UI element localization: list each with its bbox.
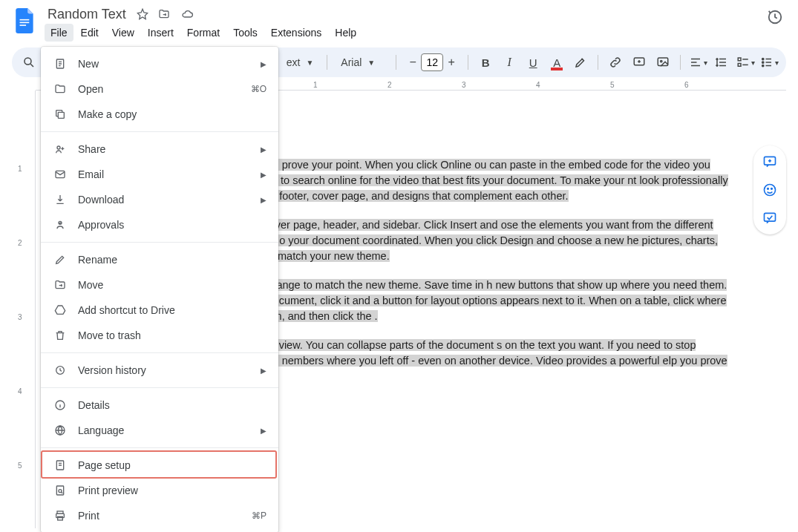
bulleted-list-button[interactable]: ▾ (759, 52, 779, 73)
svg-rect-8 (738, 58, 741, 61)
file-menu-dropdown: New ▶ Open ⌘O Make a copy Share ▶ Email … (41, 47, 278, 532)
folder-icon (53, 83, 68, 95)
menu-label: Rename (78, 254, 266, 266)
bold-button[interactable]: B (476, 52, 495, 73)
underline-button[interactable]: U (523, 52, 543, 73)
link-button[interactable] (606, 52, 625, 73)
menu-label: New (78, 58, 250, 70)
submenu-arrow-icon: ▶ (261, 427, 266, 435)
menu-label: Open (78, 83, 241, 95)
style-label: ext (287, 56, 301, 68)
docs-logo[interactable] (12, 7, 39, 34)
chevron-down-icon: ▼ (367, 59, 375, 67)
line-spacing-button[interactable] (712, 52, 731, 73)
submenu-arrow-icon: ▶ (261, 60, 266, 68)
emoji-side-button[interactable] (759, 180, 780, 200)
menu-edit[interactable]: Edit (75, 24, 105, 42)
ruler-tick: 3 (462, 81, 466, 89)
menu-download[interactable]: Download ▶ (41, 187, 278, 212)
activity-icon[interactable] (767, 6, 786, 25)
menu-language[interactable]: Language ▶ (41, 418, 278, 443)
menu-rename[interactable]: Rename (41, 247, 278, 272)
menu-insert[interactable]: Insert (142, 24, 180, 42)
vruler-tick: 5 (18, 462, 22, 470)
comment-side-panel (753, 145, 786, 234)
move-folder-icon[interactable] (157, 8, 171, 20)
add-comment-button[interactable] (629, 52, 649, 73)
menu-label: Download (78, 194, 250, 206)
increase-font-button[interactable]: + (443, 56, 459, 69)
menu-share[interactable]: Share ▶ (41, 137, 278, 162)
checklist-button[interactable]: ▾ (736, 52, 755, 73)
menu-label: Move to trash (78, 329, 266, 341)
star-icon[interactable] (137, 8, 148, 20)
menu-separator (41, 242, 278, 243)
globe-icon (53, 424, 68, 436)
svg-point-10 (762, 58, 763, 59)
svg-point-15 (768, 188, 769, 190)
vruler-tick: 4 (18, 387, 22, 395)
font-selector[interactable]: Arial▼ (335, 56, 388, 68)
submenu-arrow-icon: ▶ (261, 367, 266, 375)
menu-extensions[interactable]: Extensions (265, 24, 327, 42)
svg-point-16 (771, 188, 773, 190)
style-selector[interactable]: ext▼ (281, 56, 320, 68)
vertical-ruler[interactable]: 1 2 3 4 5 (12, 91, 36, 528)
menu-details[interactable]: Details (41, 393, 278, 418)
ruler-tick: 5 (610, 81, 615, 89)
menu-new[interactable]: New ▶ (41, 51, 278, 76)
font-size-input[interactable] (421, 53, 443, 71)
rename-icon (53, 254, 68, 266)
title-area: Random Text File Edit View Insert Format… (45, 6, 767, 42)
suggest-side-button[interactable] (759, 208, 780, 229)
decrease-font-button[interactable]: − (405, 56, 421, 69)
menu-separator (41, 131, 278, 132)
menu-make-copy[interactable]: Make a copy (41, 102, 278, 127)
insert-image-button[interactable] (653, 52, 673, 73)
menu-page-setup[interactable]: Page setup (41, 453, 278, 478)
menu-separator (41, 447, 278, 448)
menu-approvals[interactable]: Approvals (41, 212, 278, 237)
menu-version-history[interactable]: Version history ▶ (41, 358, 278, 383)
history-icon (53, 364, 68, 376)
menu-tools[interactable]: Tools (227, 24, 264, 42)
submenu-arrow-icon: ▶ (261, 145, 266, 154)
highlight-button[interactable] (571, 52, 590, 73)
menu-label: Print (78, 510, 241, 522)
submenu-arrow-icon: ▶ (261, 196, 266, 204)
menu-email[interactable]: Email ▶ (41, 162, 278, 187)
approvals-icon (53, 219, 68, 231)
menu-file[interactable]: File (45, 24, 73, 42)
text-color-button[interactable]: A (547, 52, 566, 73)
menu-move[interactable]: Move (41, 272, 278, 298)
menu-label: Add shortcut to Drive (78, 304, 266, 316)
italic-button[interactable]: I (500, 52, 519, 73)
menu-separator (41, 352, 278, 353)
menu-move-to-trash[interactable]: Move to trash (41, 323, 278, 348)
menu-add-shortcut[interactable]: Add shortcut to Drive (41, 298, 278, 323)
ruler-tick: 4 (536, 81, 540, 89)
svg-point-11 (762, 62, 763, 63)
svg-point-14 (765, 185, 776, 196)
menu-print[interactable]: Print ⌘P (41, 503, 278, 528)
menu-print-preview[interactable]: Print preview (41, 478, 278, 503)
menu-label: Move (78, 279, 266, 291)
info-icon (53, 399, 68, 411)
page-setup-icon (53, 459, 68, 471)
svg-rect-2 (20, 24, 27, 26)
document-title[interactable]: Random Text (45, 5, 129, 24)
search-icon[interactable] (19, 52, 39, 73)
menu-format[interactable]: Format (181, 24, 226, 42)
menu-separator (41, 387, 278, 388)
menu-open[interactable]: Open ⌘O (41, 76, 278, 102)
menu-view[interactable]: View (106, 24, 140, 42)
vruler-tick: 1 (18, 165, 22, 173)
app-header: Random Text File Edit View Insert Format… (0, 0, 798, 45)
menu-help[interactable]: Help (329, 24, 362, 42)
align-button[interactable]: ▾ (688, 52, 707, 73)
submenu-arrow-icon: ▶ (261, 171, 266, 179)
drive-shortcut-icon (53, 304, 68, 316)
cloud-status-icon[interactable] (180, 8, 194, 20)
menu-label: Page setup (78, 459, 266, 471)
add-comment-side-button[interactable] (759, 151, 780, 172)
